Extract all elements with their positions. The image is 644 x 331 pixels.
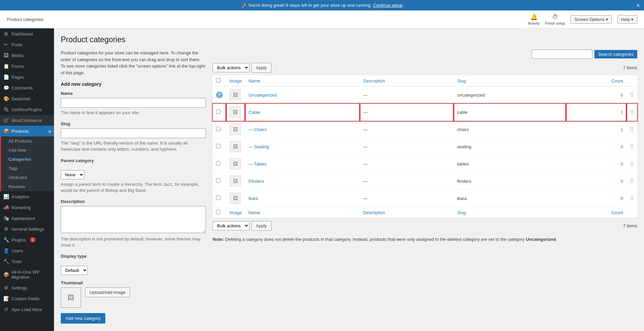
apply-button-top[interactable]: Apply [251,63,271,73]
row-drag[interactable]: ⠿ [626,104,637,121]
sidebar-item-reviews[interactable]: Reviews [1,182,54,191]
display-type-select[interactable]: Default [61,266,88,275]
select-all-checkbox[interactable] [216,78,220,82]
drag-handle-icon[interactable]: ⠿ [630,144,634,150]
sidebar-item-products[interactable]: 📦 Products ◀ [0,126,54,136]
continue-setup-link[interactable]: Continue setup [373,3,402,8]
header-description[interactable]: Description [360,75,454,86]
sidebar-item-analytics[interactable]: 📊 Analytics [0,191,54,202]
sidebar-item-tags[interactable]: Tags [1,164,54,173]
help-button[interactable]: Help ▾ [617,15,637,24]
category-count-link[interactable]: 0 [621,179,623,184]
upload-image-button[interactable]: Upload/Add image [85,287,130,297]
row-checkbox[interactable] [216,161,220,166]
drag-handle-icon[interactable]: ⠿ [630,178,634,184]
category-name-link[interactable]: — Tables [248,161,267,167]
name-input[interactable] [61,98,206,108]
sidebar-item-label: Swatches [11,96,30,101]
sidebar-item-marketing[interactable]: 📣 Marketing [0,202,54,213]
category-count-link[interactable]: 1 [621,127,623,132]
search-categories-button[interactable]: Search categories [594,50,637,58]
sidebar-item-comments[interactable]: 💬 Comments [0,82,54,93]
header-slug[interactable]: Slug [454,75,566,86]
category-count-link[interactable]: 0 [621,161,623,167]
row-drag[interactable]: ⠿ [626,173,637,190]
name-sort-link[interactable]: Name [248,78,260,83]
products-arrow: ◀ [47,129,51,134]
row-drag[interactable]: ⠿ [626,138,637,155]
sidebar-item-ajax-load[interactable]: ↺ Ajax Load More [0,304,54,315]
header-count[interactable]: Count [566,75,626,86]
header-name[interactable]: Name [245,75,360,86]
row-drag[interactable]: ⠿ [626,155,637,173]
category-name-link[interactable]: — Seating [248,144,269,149]
row-drag[interactable]: ⠿ [626,86,637,104]
row-checkbox[interactable] [216,144,220,148]
activity-button[interactable]: 🔔 Activity [528,13,540,25]
finish-setup-button[interactable]: ⏱ Finish setup [545,14,565,25]
sidebar-item-add-new[interactable]: Add New [1,146,54,155]
drag-handle-icon[interactable]: ⠿ [630,127,634,132]
category-name-link[interactable]: Ikara [248,196,258,201]
sidebar-item-custom-fields[interactable]: 📝 Custom Fields [0,293,54,304]
sidebar-item-all-products[interactable]: All Products [1,136,54,146]
category-name-link[interactable]: Flinders [248,179,264,184]
sidebar-item-pages[interactable]: 📄 Pages [0,72,54,82]
description-textarea[interactable] [61,206,206,233]
sidebar-item-tools[interactable]: 🔨 Tools [0,256,54,267]
slug-sort-link[interactable]: Slug [457,78,466,83]
category-image-placeholder: 🖼 [230,89,241,101]
row-checkbox[interactable] [216,109,220,114]
drag-handle-icon[interactable]: ⠿ [630,161,634,167]
category-count-link[interactable]: 1 [621,110,623,115]
sidebar-item-posts[interactable]: ✏ Posts [0,39,54,50]
drag-handle-icon[interactable]: ⠿ [630,109,634,115]
sidebar-item-settings[interactable]: ⚙ Settings [0,282,54,293]
slug-input[interactable] [61,128,206,138]
sidebar-item-plugins[interactable]: 🔧 Plugins 1 [0,234,54,245]
drag-handle-icon[interactable]: ⠿ [630,196,634,201]
apply-button-bottom[interactable]: Apply [251,221,271,231]
sidebar-item-label: Custom Fields [11,296,39,301]
close-notification-button[interactable]: × [636,2,640,8]
name-sort-footer[interactable]: Name [248,210,260,215]
sidebar-item-media[interactable]: 🖼 Media [0,50,54,61]
slug-sort-footer[interactable]: Slug [457,210,466,215]
gen-settings-icon: ⚙ [3,226,9,232]
row-drag[interactable]: ⠿ [626,121,637,138]
row-checkbox[interactable] [216,178,220,183]
count-sort-footer[interactable]: Count [611,210,623,215]
drag-handle-icon[interactable]: ⠿ [630,92,634,98]
sidebar-item-general-settings[interactable]: ⚙ General Settings [0,224,54,234]
screen-options-button[interactable]: Screen Options ▾ [570,15,612,24]
sidebar-item-dashboard[interactable]: ⊞ Dashboard [0,28,54,39]
category-count-link[interactable]: 0 [621,196,623,201]
select-all-footer-checkbox[interactable] [216,210,220,214]
count-sort-link[interactable]: Count [611,78,623,83]
bulk-actions-select-top[interactable]: Bulk actions [213,63,249,72]
bulk-actions-select-bottom[interactable]: Bulk actions [213,221,249,230]
parent-select[interactable]: None [61,170,84,179]
category-count-link[interactable]: 0 [621,144,623,149]
row-checkbox[interactable] [216,127,220,131]
sidebar-item-allinone[interactable]: 📦 All-In-One WP Migration [0,267,54,282]
desc-sort-footer[interactable]: Description [363,210,385,215]
sidebar-item-woocommerce[interactable]: 🛒 WooCommerce [0,115,54,126]
category-name-link[interactable]: Cable [248,110,260,115]
search-categories-input[interactable] [532,50,592,59]
sidebar-item-categories[interactable]: Categories [1,155,54,164]
sidebar-item-getwoo[interactable]: 🔌 GetWooPlugins [0,104,54,115]
desc-sort-link[interactable]: Description [363,78,385,83]
header-bar: Product categories 🔔 Activity ⏱ Finish s… [0,10,644,28]
category-name-link[interactable]: — Chairs [248,127,267,132]
sidebar-item-appearance[interactable]: 🎭 Appearance [0,213,54,224]
sidebar-item-swatches[interactable]: 🎨 Swatches [0,93,54,104]
add-category-button[interactable]: Add new category [61,313,105,324]
sidebar-item-forms[interactable]: 📋 Forms [0,61,54,72]
sidebar-item-attributes[interactable]: Attributes [1,173,54,182]
category-name-link[interactable]: Uncategorized [248,93,277,98]
row-checkbox[interactable] [216,196,220,200]
row-drag[interactable]: ⠿ [626,190,637,207]
category-count-link[interactable]: 0 [621,93,623,98]
sidebar-item-users[interactable]: 👤 Users [0,245,54,256]
